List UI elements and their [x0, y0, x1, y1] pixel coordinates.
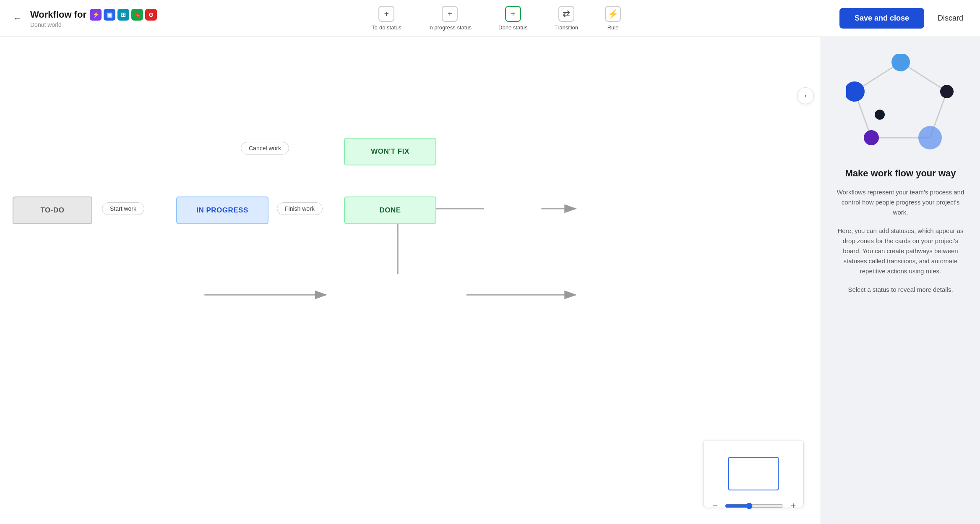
todo-status-button[interactable]: + To-do status [358, 2, 415, 35]
node-wontfix[interactable]: WON'T FIX [344, 138, 436, 165]
svg-point-7 [891, 54, 910, 71]
svg-point-12 [875, 110, 885, 120]
inprogress-status-label: In progress status [428, 24, 472, 31]
workflow-title-text: Workflow for [30, 9, 86, 20]
workflow-illustration [846, 54, 955, 155]
transition-startwork-label: Start work [110, 205, 136, 212]
minimap-viewport [728, 457, 779, 490]
transition-icon [558, 6, 574, 22]
todo-status-label: To-do status [372, 24, 401, 31]
node-inprogress[interactable]: IN PROGRESS [176, 196, 268, 224]
panel-body-2: Here, you can add statuses, which appear… [834, 226, 967, 276]
app-icon-circle: ⊙ [145, 9, 157, 21]
app-header: ← Workflow for ⚡ ▣ ⊞ 🔖 ⊙ Donut world + T… [0, 0, 980, 37]
discard-button[interactable]: Discard [931, 8, 970, 29]
node-todo[interactable]: TO-DO [13, 196, 92, 224]
app-icons-group: ⚡ ▣ ⊞ 🔖 ⊙ [90, 9, 157, 21]
rule-label: Rule [607, 24, 619, 31]
inprogress-status-icon: + [442, 6, 458, 22]
done-status-icon: + [505, 6, 521, 22]
workflow-canvas[interactable]: TO-DO IN PROGRESS DONE WON'T FIX Start w… [0, 37, 821, 524]
svg-point-10 [864, 130, 879, 145]
collapse-panel-button[interactable]: › [797, 87, 814, 104]
done-status-label: Done status [498, 24, 527, 31]
app-icon-bookmark: 🔖 [131, 9, 143, 21]
todo-status-icon: + [378, 6, 394, 22]
node-done[interactable]: DONE [344, 196, 436, 224]
panel-body-3: Select a status to reveal more details. [848, 285, 953, 295]
transition-finishwork[interactable]: Finish work [277, 202, 323, 215]
node-done-label: DONE [379, 206, 401, 215]
header-left: ← Workflow for ⚡ ▣ ⊞ 🔖 ⊙ Donut world [10, 9, 157, 28]
transition-button[interactable]: Transition [541, 2, 592, 35]
rule-button[interactable]: ⚡ Rule [592, 2, 634, 35]
save-close-button[interactable]: Save and close [839, 8, 924, 29]
title-block: Workflow for ⚡ ▣ ⊞ 🔖 ⊙ Donut world [30, 9, 157, 28]
transition-startwork[interactable]: Start work [102, 202, 144, 215]
workflow-arrows [0, 37, 821, 524]
inprogress-status-button[interactable]: + In progress status [415, 2, 485, 35]
back-button[interactable]: ← [10, 11, 25, 26]
svg-point-11 [846, 81, 865, 102]
zoom-in-button[interactable]: + [787, 500, 800, 512]
workspace-name: Donut world [30, 21, 157, 28]
transition-finishwork-label: Finish work [285, 205, 315, 212]
node-wontfix-label: WON'T FIX [371, 147, 409, 156]
node-inprogress-label: IN PROGRESS [196, 206, 248, 215]
transition-cancelwork-label: Cancel work [249, 145, 281, 152]
header-right: Save and close Discard [836, 8, 970, 29]
svg-point-8 [940, 85, 954, 98]
panel-body-1: Workflows represent your team's process … [834, 187, 967, 217]
node-todo-label: TO-DO [41, 206, 65, 215]
rule-icon: ⚡ [605, 6, 621, 22]
app-icon-bolt: ⚡ [90, 9, 102, 21]
minimap [703, 440, 804, 507]
page-title: Workflow for ⚡ ▣ ⊞ 🔖 ⊙ [30, 9, 157, 21]
done-status-button[interactable]: + Done status [485, 2, 541, 35]
transition-cancelwork[interactable]: Cancel work [241, 142, 289, 155]
main-area: TO-DO IN PROGRESS DONE WON'T FIX Start w… [0, 37, 980, 524]
right-panel: Make work flow your way Workflows repres… [821, 37, 980, 524]
panel-title: Make work flow your way [845, 168, 956, 179]
zoom-out-button[interactable]: − [709, 500, 722, 512]
toolbar: + To-do status + In progress status + Do… [167, 2, 826, 35]
zoom-slider[interactable] [725, 503, 784, 509]
svg-point-9 [918, 126, 942, 149]
zoom-controls: − + [709, 500, 800, 512]
app-icon-grid: ▣ [104, 9, 115, 21]
transition-label: Transition [554, 24, 578, 31]
app-icon-boxes: ⊞ [117, 9, 129, 21]
